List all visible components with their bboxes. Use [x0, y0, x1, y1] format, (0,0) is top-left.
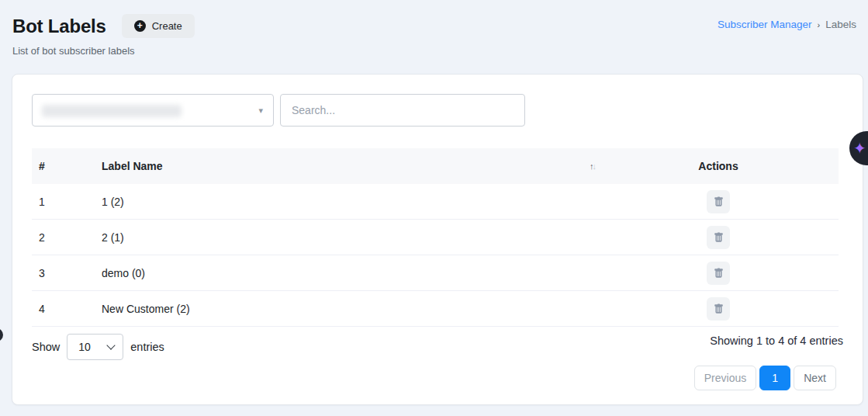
- breadcrumb: Subscriber Manager › Labels: [718, 19, 856, 30]
- sparkle-icon: ✦: [853, 140, 866, 156]
- trash-icon: [714, 232, 724, 243]
- sort-desc-icon: ↓: [593, 161, 596, 171]
- page-title: Bot Labels: [12, 16, 106, 37]
- row-actions: [598, 262, 839, 285]
- column-header-actions: Actions: [598, 160, 839, 172]
- breadcrumb-current: Labels: [825, 19, 856, 30]
- delete-label-button[interactable]: [707, 262, 730, 285]
- page-header: Bot Labels + Create List of bot subscrib…: [12, 14, 856, 57]
- trash-icon: [714, 268, 724, 279]
- row-actions: [598, 297, 839, 321]
- row-label: 2 (1): [102, 231, 598, 244]
- breadcrumb-separator-icon: ›: [818, 20, 821, 29]
- entries-summary: Showing 1 to 4 of 4 entries: [710, 335, 843, 347]
- table-row: 22 (1): [32, 220, 839, 255]
- table-row: 11 (2): [32, 184, 839, 220]
- delete-label-button[interactable]: [707, 297, 730, 321]
- caret-down-icon: ▾: [258, 106, 263, 115]
- page-subtitle: List of bot subscriber labels: [12, 45, 856, 57]
- row-actions: [598, 190, 839, 213]
- delete-label-button[interactable]: [707, 226, 730, 249]
- redacted-selected-bot: [42, 105, 182, 117]
- row-label: New Customer (2): [102, 303, 598, 315]
- row-label: 1 (2): [102, 196, 598, 208]
- row-index: 3: [32, 267, 102, 279]
- table-footer: Show 10 entries Showing 1 to 4 of 4 entr…: [32, 334, 843, 360]
- previous-page-button[interactable]: Previous: [694, 366, 756, 390]
- column-header-index[interactable]: #: [32, 160, 102, 172]
- labels-table: # Label Name ↑↓ Actions 11 (2)22 (1)3dem…: [32, 148, 839, 327]
- table-body: 11 (2)22 (1)3demo (0)4New Customer (2): [32, 184, 839, 327]
- column-header-label-text: Label Name: [102, 160, 163, 172]
- page-size-select[interactable]: 10: [67, 334, 123, 360]
- trash-icon: [714, 303, 724, 314]
- show-label: Show: [32, 341, 60, 353]
- create-button[interactable]: + Create: [122, 14, 195, 38]
- table-row: 3demo (0): [32, 255, 839, 291]
- pagination: Previous 1 Next: [694, 366, 836, 390]
- bot-filter-select[interactable]: ▾: [32, 94, 274, 127]
- table-header-row: # Label Name ↑↓ Actions: [32, 148, 839, 184]
- filters-bar: ▾: [32, 94, 525, 127]
- row-index: 4: [32, 303, 102, 315]
- left-edge-widget[interactable]: [0, 328, 3, 341]
- column-header-label[interactable]: Label Name ↑↓: [102, 160, 598, 172]
- current-page-button[interactable]: 1: [759, 366, 790, 390]
- entries-label: entries: [130, 341, 164, 353]
- plus-circle-icon: +: [134, 20, 146, 32]
- row-index: 1: [32, 196, 102, 208]
- breadcrumb-parent-link[interactable]: Subscriber Manager: [718, 19, 812, 30]
- page-size-select-wrap: 10: [67, 334, 123, 360]
- search-input[interactable]: [280, 94, 525, 127]
- create-button-label: Create: [152, 20, 182, 32]
- trash-icon: [714, 196, 724, 207]
- delete-label-button[interactable]: [707, 190, 730, 213]
- row-actions: [598, 226, 839, 249]
- labels-card: ▾ # Label Name ↑↓ Actions 11 (2)22 (1)3d…: [12, 74, 863, 405]
- row-label: demo (0): [102, 267, 598, 279]
- page-size-control: Show 10 entries: [32, 334, 164, 360]
- row-index: 2: [32, 231, 102, 244]
- next-page-button[interactable]: Next: [794, 366, 836, 390]
- sort-icon: ↑↓: [590, 161, 595, 171]
- table-row: 4New Customer (2): [32, 291, 839, 327]
